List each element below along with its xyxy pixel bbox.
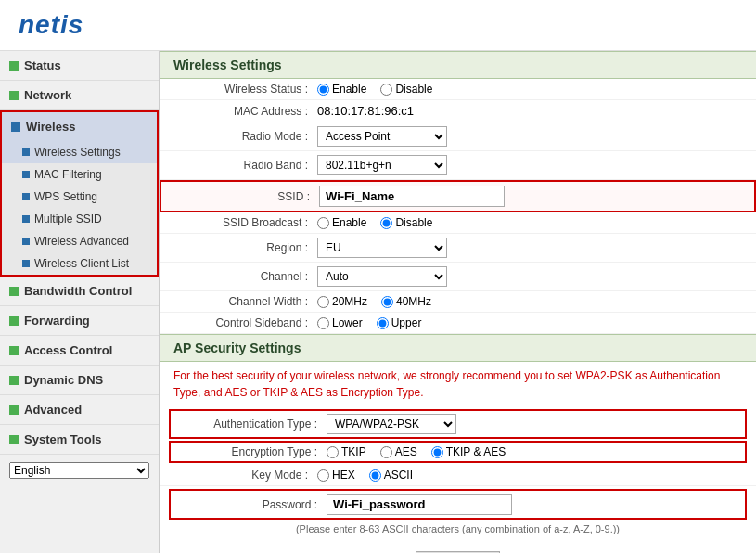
label-key-mode: Key Mode : [169, 469, 317, 482]
radio-enable[interactable]: Enable [317, 83, 366, 96]
forwarding-icon [9, 316, 19, 326]
sidebar-item-wireless[interactable]: Wireless [2, 112, 157, 141]
channel-select[interactable]: Auto [317, 266, 447, 287]
label-region: Region : [169, 241, 317, 254]
enc-tkip-input[interactable] [327, 446, 339, 458]
radio-mode-select[interactable]: Access Point [317, 126, 447, 147]
enc-aes[interactable]: AES [380, 445, 417, 458]
km-ascii[interactable]: ASCII [369, 469, 413, 482]
sidebar-item-access[interactable]: Access Control [0, 336, 159, 366]
auth-type-select[interactable]: WPA/WPA2-PSK [327, 414, 456, 434]
sb-upper-input[interactable] [377, 317, 389, 329]
ssid-bc-disable[interactable]: Disable [380, 216, 432, 229]
sub-label-wps: WPS Setting [34, 190, 97, 203]
sidebar-label-wireless: Wireless [26, 120, 75, 134]
cw-20-input[interactable] [317, 296, 329, 308]
enc-tkip[interactable]: TKIP [327, 445, 366, 458]
network-icon [9, 91, 19, 100]
enc-tkip-aes-input[interactable] [431, 446, 443, 458]
sidebar-item-advanced[interactable]: Advanced [0, 395, 159, 425]
sidebar: Status Network Wireless Wireless Setting… [0, 51, 160, 553]
row-channel: Channel : Auto [160, 263, 756, 291]
ctrl-region: EU [317, 238, 747, 258]
row-control-sideband: Control Sideband : Lower Upper [160, 313, 756, 334]
sb-upper[interactable]: Upper [377, 316, 422, 329]
sb-lower-input[interactable] [317, 317, 329, 329]
sidebar-label-dns: Dynamic DNS [24, 373, 103, 387]
sidebar-item-network[interactable]: Network [0, 81, 159, 110]
sb-lower[interactable]: Lower [317, 316, 363, 329]
main-content: Wireless Settings Wireless Status : Enab… [160, 51, 756, 553]
row-key-mode: Key Mode : HEX ASCII [160, 465, 756, 486]
radio-band-select[interactable]: 802.11b+g+n [317, 155, 447, 175]
ssid-bc-enable-input[interactable] [317, 217, 329, 229]
km-hex-input[interactable] [317, 469, 329, 482]
radio-disable[interactable]: Disable [380, 83, 432, 96]
enc-tkip-aes[interactable]: TKIP & AES [431, 445, 506, 458]
sub-icon-ws [22, 148, 30, 156]
label-auth-type: Authentication Type : [178, 418, 327, 431]
bandwidth-icon [9, 287, 19, 296]
label-radio-band: Radio Band : [169, 159, 317, 172]
sidebar-label-advanced: Advanced [24, 403, 82, 417]
row-ssid-broadcast: SSID Broadcast : Enable Disable [160, 212, 756, 234]
save-row: Save [160, 538, 756, 553]
sidebar-sub-wps[interactable]: WPS Setting [2, 186, 157, 208]
sub-label-mf: MAC Filtering [34, 168, 102, 181]
enc-aes-input[interactable] [380, 446, 392, 458]
ctrl-radio-band: 802.11b+g+n [317, 155, 747, 175]
ctrl-enc-type: TKIP AES TKIP & AES [327, 445, 506, 458]
sub-icon-mf [22, 171, 30, 178]
sidebar-label-status: Status [24, 58, 61, 72]
km-hex[interactable]: HEX [317, 469, 355, 482]
row-ssid: SSID : [160, 180, 756, 212]
logo: netis [19, 10, 83, 40]
row-radio-band: Radio Band : 802.11b+g+n [160, 151, 756, 180]
sub-icon-ms [22, 215, 30, 223]
sidebar-sub-client-list[interactable]: Wireless Client List [2, 252, 157, 275]
wireless-icon [11, 122, 20, 132]
ssid-bc-enable[interactable]: Enable [317, 216, 366, 229]
sidebar-label-network: Network [24, 88, 71, 102]
sidebar-item-system[interactable]: System Tools [0, 425, 159, 455]
sidebar-sub-multissid[interactable]: Multiple SSID [2, 208, 157, 230]
sidebar-item-forwarding[interactable]: Forwarding [0, 306, 159, 336]
access-icon [9, 346, 19, 355]
sidebar-sub-mac-filtering[interactable]: MAC Filtering [2, 163, 157, 186]
password-input[interactable] [327, 494, 512, 515]
ctrl-password [327, 494, 512, 515]
region-select[interactable]: EU [317, 238, 447, 258]
km-ascii-input[interactable] [369, 469, 381, 482]
ssid-input[interactable] [319, 186, 505, 207]
sidebar-item-bandwidth[interactable]: Bandwidth Control [0, 276, 159, 306]
language-select[interactable]: English [9, 462, 149, 479]
sidebar-item-dns[interactable]: Dynamic DNS [0, 366, 159, 395]
ctrl-mac: 08:10:17:81:96:c1 [317, 104, 747, 118]
radio-disable-input[interactable] [380, 84, 392, 96]
password-row: Password : [169, 489, 747, 520]
label-ssid-broadcast: SSID Broadcast : [169, 216, 317, 229]
cw-40-input[interactable] [381, 296, 393, 308]
label-mac: MAC Address : [169, 105, 317, 118]
sidebar-item-status[interactable]: Status [0, 51, 159, 81]
enc-type-row: Encryption Type : TKIP AES TKIP & AES [169, 441, 747, 463]
ctrl-channel-width: 20MHz 40MHz [317, 295, 747, 308]
sub-icon-wa [22, 238, 30, 245]
cw-40mhz[interactable]: 40MHz [381, 295, 431, 308]
ctrl-channel: Auto [317, 266, 747, 287]
sub-label-ms: Multiple SSID [34, 212, 102, 225]
row-radio-mode: Radio Mode : Access Point [160, 122, 756, 151]
ctrl-ssid-broadcast: Enable Disable [317, 216, 747, 229]
cw-20mhz[interactable]: 20MHz [317, 295, 367, 308]
radio-enable-input[interactable] [317, 84, 329, 96]
password-hint: (Please enter 8-63 ASCII characters (any… [160, 521, 756, 538]
sub-label-wa: Wireless Advanced [34, 235, 129, 248]
ctrl-wireless-status: Enable Disable [317, 83, 747, 96]
sidebar-sub-wireless-settings[interactable]: Wireless Settings [2, 141, 157, 163]
sidebar-sub-wireless-advanced[interactable]: Wireless Advanced [2, 230, 157, 252]
ctrl-auth-type: WPA/WPA2-PSK [327, 414, 456, 434]
security-note: For the best security of your wireless n… [160, 362, 756, 406]
system-icon [9, 435, 19, 444]
label-channel-width: Channel Width : [169, 295, 317, 308]
ssid-bc-disable-input[interactable] [380, 217, 392, 229]
